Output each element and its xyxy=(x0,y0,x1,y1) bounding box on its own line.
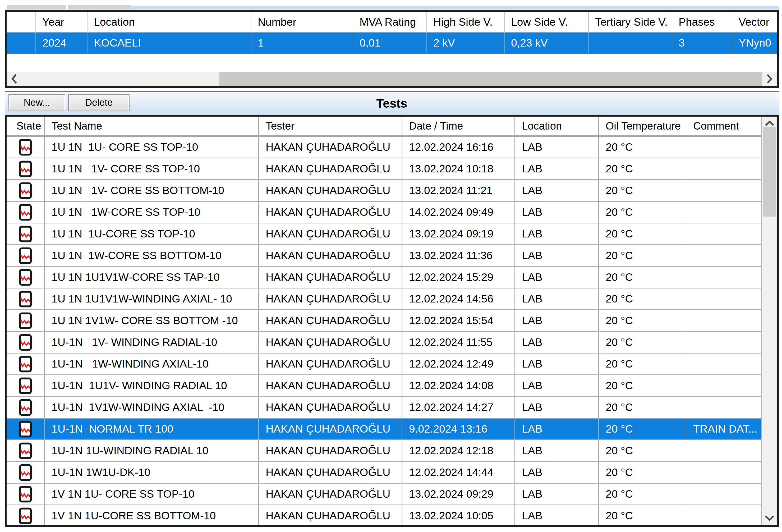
date-time-cell[interactable]: 13.02.2024 11:21 xyxy=(402,180,515,201)
test-row[interactable]: 1U 1N 1U1V1W-WINDING AXIAL- 10 HAKAN ÇUH… xyxy=(7,288,761,310)
tester-cell[interactable]: HAKAN ÇUHADAROĞLU xyxy=(259,440,402,461)
horizontal-scrollbar[interactable] xyxy=(7,72,777,86)
location-cell[interactable]: LAB xyxy=(515,223,599,244)
date-time-cell[interactable]: 12.02.2024 16:16 xyxy=(402,137,515,157)
col-header-state[interactable]: State xyxy=(7,117,45,135)
cell-tertiary-side-v[interactable] xyxy=(589,33,672,54)
oil-temperature-cell[interactable]: 20 °C xyxy=(599,137,686,157)
comment-cell[interactable] xyxy=(686,223,761,244)
tester-cell[interactable]: HAKAN ÇUHADAROĞLU xyxy=(259,223,402,244)
col-header-location[interactable]: Location xyxy=(87,12,251,33)
test-row[interactable]: 1U-1N 1U-WINDING RADIAL 10 HAKAN ÇUHADAR… xyxy=(7,440,761,462)
comment-cell[interactable] xyxy=(686,310,761,331)
comment-cell[interactable] xyxy=(686,462,761,483)
state-cell[interactable] xyxy=(7,267,45,288)
date-time-cell[interactable]: 9.02.2024 13:16 xyxy=(402,419,515,439)
state-cell[interactable] xyxy=(7,180,45,201)
oil-temperature-cell[interactable]: 20 °C xyxy=(599,354,686,375)
test-row[interactable]: 1U 1N 1W-CORE SS BOTTOM-10 HAKAN ÇUHADAR… xyxy=(7,245,761,267)
comment-cell[interactable] xyxy=(686,137,761,157)
date-time-cell[interactable]: 13.02.2024 10:18 xyxy=(402,158,515,179)
tester-cell[interactable]: HAKAN ÇUHADAROĞLU xyxy=(259,137,402,157)
state-cell[interactable] xyxy=(7,440,45,461)
test-name-cell[interactable]: 1U-1N 1W-WINDING AXIAL-10 xyxy=(45,354,259,375)
test-name-cell[interactable]: 1U-1N 1V1W-WINDING AXIAL -10 xyxy=(45,397,259,418)
state-cell[interactable] xyxy=(7,505,45,526)
comment-cell[interactable] xyxy=(686,397,761,418)
location-cell[interactable]: LAB xyxy=(515,484,599,504)
comment-cell[interactable] xyxy=(686,354,761,375)
test-row[interactable]: 1U 1N 1V- CORE SS BOTTOM-10 HAKAN ÇUHADA… xyxy=(7,180,761,202)
state-cell[interactable] xyxy=(7,288,45,309)
location-cell[interactable]: LAB xyxy=(515,505,599,526)
test-row[interactable]: 1V 1N 1U- CORE SS TOP-10 HAKAN ÇUHADAROĞ… xyxy=(7,484,761,505)
date-time-cell[interactable]: 12.02.2024 14:08 xyxy=(402,375,515,396)
cell-selector[interactable] xyxy=(7,33,36,54)
comment-cell[interactable] xyxy=(686,288,761,309)
oil-temperature-cell[interactable]: 20 °C xyxy=(599,180,686,201)
state-cell[interactable] xyxy=(7,223,45,244)
tester-cell[interactable]: HAKAN ÇUHADAROĞLU xyxy=(259,419,402,439)
location-cell[interactable]: LAB xyxy=(515,462,599,483)
comment-cell[interactable]: TRAIN DAT... xyxy=(686,419,761,439)
comment-cell[interactable] xyxy=(686,245,761,266)
test-name-cell[interactable]: 1U 1N 1U1V1W-CORE SS TAP-10 xyxy=(45,267,259,288)
delete-test-button[interactable]: Delete xyxy=(68,94,130,111)
col-header-low-side-v[interactable]: Low Side V. xyxy=(505,12,589,33)
test-row[interactable]: 1U 1N 1W-CORE SS TOP-10 HAKAN ÇUHADAROĞL… xyxy=(7,202,761,223)
state-cell[interactable] xyxy=(7,354,45,375)
col-header-comment[interactable]: Comment xyxy=(686,117,761,135)
oil-temperature-cell[interactable]: 20 °C xyxy=(599,332,686,353)
location-cell[interactable]: LAB xyxy=(515,354,599,375)
tester-cell[interactable]: HAKAN ÇUHADAROĞLU xyxy=(259,375,402,396)
date-time-cell[interactable]: 13.02.2024 09:19 xyxy=(402,223,515,244)
location-cell[interactable]: LAB xyxy=(515,375,599,396)
state-cell[interactable] xyxy=(7,137,45,157)
test-name-cell[interactable]: 1U 1N 1V- CORE SS BOTTOM-10 xyxy=(45,180,259,201)
test-name-cell[interactable]: 1U 1N 1V1W- CORE SS BOTTOM -10 xyxy=(45,310,259,331)
location-cell[interactable]: LAB xyxy=(515,288,599,309)
comment-cell[interactable] xyxy=(686,267,761,288)
scroll-right-button[interactable] xyxy=(762,72,777,86)
oil-temperature-cell[interactable]: 20 °C xyxy=(599,505,686,526)
col-header-oil-temperature[interactable]: Oil Temperature xyxy=(599,117,686,135)
oil-temperature-cell[interactable]: 20 °C xyxy=(599,484,686,504)
state-cell[interactable] xyxy=(7,375,45,396)
test-name-cell[interactable]: 1U-1N 1U1V- WINDING RADIAL 10 xyxy=(45,375,259,396)
location-cell[interactable]: LAB xyxy=(515,310,599,331)
location-cell[interactable]: LAB xyxy=(515,202,599,223)
col-header-number[interactable]: Number xyxy=(251,12,353,33)
location-cell[interactable]: LAB xyxy=(515,397,599,418)
test-name-cell[interactable]: 1V 1N 1U-CORE SS BOTTOM-10 xyxy=(45,505,259,526)
scroll-down-button[interactable] xyxy=(762,511,777,525)
tester-cell[interactable]: HAKAN ÇUHADAROĞLU xyxy=(259,180,402,201)
date-time-cell[interactable]: 12.02.2024 14:56 xyxy=(402,288,515,309)
state-cell[interactable] xyxy=(7,245,45,266)
cell-mva-rating[interactable]: 0,01 xyxy=(353,33,427,54)
test-row[interactable]: 1U-1N 1W1U-DK-10 HAKAN ÇUHADAROĞLU 12.02… xyxy=(7,462,761,484)
oil-temperature-cell[interactable]: 20 °C xyxy=(599,267,686,288)
oil-temperature-cell[interactable]: 20 °C xyxy=(599,158,686,179)
cell-location[interactable]: KOCAELI xyxy=(87,33,251,54)
new-test-button[interactable]: New... xyxy=(8,94,65,111)
location-cell[interactable]: LAB xyxy=(515,440,599,461)
state-cell[interactable] xyxy=(7,158,45,179)
test-name-cell[interactable]: 1U 1N 1U1V1W-WINDING AXIAL- 10 xyxy=(45,288,259,309)
col-header-tester[interactable]: Tester xyxy=(259,117,402,135)
location-cell[interactable]: LAB xyxy=(515,137,599,157)
state-cell[interactable] xyxy=(7,202,45,223)
test-name-cell[interactable]: 1U 1N 1W-CORE SS BOTTOM-10 xyxy=(45,245,259,266)
comment-cell[interactable] xyxy=(686,158,761,179)
test-name-cell[interactable]: 1U 1N 1W-CORE SS TOP-10 xyxy=(45,202,259,223)
test-row[interactable]: 1U-1N 1U1V- WINDING RADIAL 10 HAKAN ÇUHA… xyxy=(7,375,761,397)
col-header-location[interactable]: Location xyxy=(515,117,599,135)
test-row[interactable]: 1U 1N 1U-CORE SS TOP-10 HAKAN ÇUHADAROĞL… xyxy=(7,223,761,245)
tester-cell[interactable]: HAKAN ÇUHADAROĞLU xyxy=(259,462,402,483)
oil-temperature-cell[interactable]: 20 °C xyxy=(599,419,686,439)
date-time-cell[interactable]: 12.02.2024 14:44 xyxy=(402,462,515,483)
date-time-cell[interactable]: 13.02.2024 10:05 xyxy=(402,505,515,526)
oil-temperature-cell[interactable]: 20 °C xyxy=(599,440,686,461)
horizontal-scrollbar-thumb[interactable] xyxy=(219,72,762,86)
cell-low-side-v[interactable]: 0,23 kV xyxy=(505,33,589,54)
test-row[interactable]: 1U 1N 1U1V1W-CORE SS TAP-10 HAKAN ÇUHADA… xyxy=(7,267,761,288)
